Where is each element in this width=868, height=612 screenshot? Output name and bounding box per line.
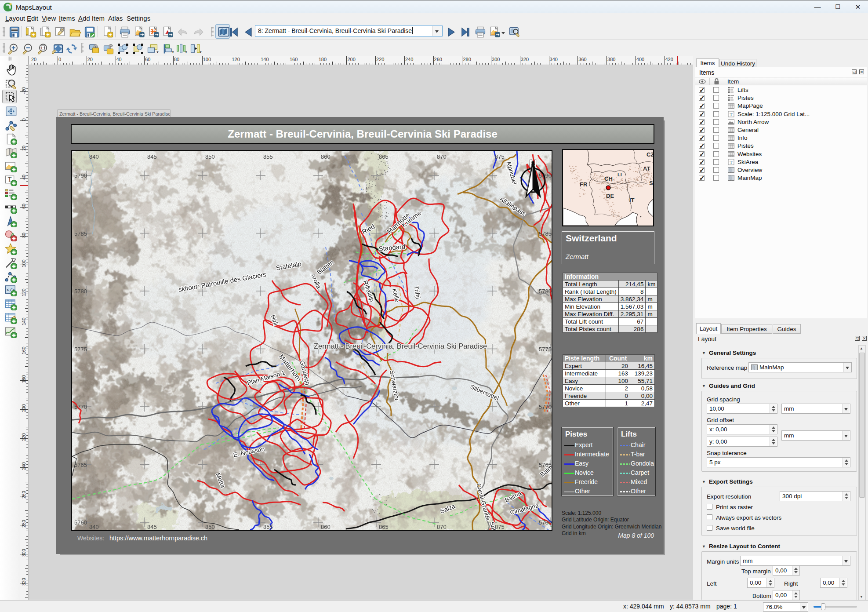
svg-text:875: 875 [495, 153, 505, 160]
svg-text:CH: CH [604, 175, 613, 182]
svg-text:5785: 5785 [74, 230, 87, 237]
svg-text:CZ: CZ [646, 151, 653, 158]
svg-text:T: T [730, 112, 733, 117]
svg-text:840: 840 [89, 524, 99, 530]
svg-text:5775: 5775 [539, 346, 552, 353]
svg-text:5760: 5760 [74, 519, 87, 526]
svg-text:870: 870 [437, 524, 447, 530]
svg-text:865: 865 [379, 153, 389, 160]
svg-text:LI: LI [617, 172, 622, 177]
svg-text:5785: 5785 [539, 230, 552, 237]
svg-text:5765: 5765 [539, 462, 552, 468]
svg-text:845: 845 [147, 524, 157, 530]
svg-text:5765: 5765 [74, 462, 87, 468]
svg-text:5790: 5790 [74, 172, 87, 179]
svg-text:T: T [730, 160, 733, 164]
svg-text:875: 875 [495, 524, 505, 530]
svg-text:FR: FR [580, 181, 588, 188]
svg-text:5775: 5775 [74, 346, 87, 353]
svg-text:SI: SI [649, 180, 653, 186]
svg-text:DE: DE [606, 193, 614, 199]
svg-text:5760: 5760 [539, 519, 552, 526]
svg-text:860: 860 [321, 153, 330, 160]
svg-text:5780: 5780 [539, 288, 552, 295]
svg-text:Zermatt - Breuil-Cervinia, Bre: Zermatt - Breuil-Cervinia, Breuil-Cervin… [314, 342, 487, 350]
svg-text:5770: 5770 [539, 404, 552, 410]
svg-text:845: 845 [147, 153, 157, 160]
svg-text:IT: IT [629, 197, 635, 204]
svg-text:860: 860 [321, 524, 330, 530]
svg-text:850: 850 [205, 153, 215, 160]
svg-text:855: 855 [263, 153, 273, 160]
svg-text:5780: 5780 [74, 288, 87, 295]
svg-text:1:1: 1:1 [40, 46, 46, 50]
svg-text:840: 840 [89, 153, 99, 160]
svg-text:865: 865 [379, 524, 389, 530]
svg-text:5770: 5770 [74, 404, 87, 410]
svg-text:850: 850 [205, 524, 215, 530]
svg-text:870: 870 [437, 153, 447, 160]
svg-text:855: 855 [263, 524, 273, 530]
svg-text:AT: AT [643, 165, 650, 172]
